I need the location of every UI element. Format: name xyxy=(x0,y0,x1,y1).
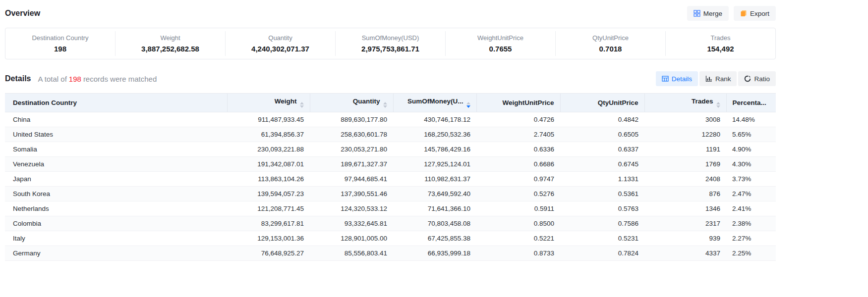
table-cell-5: 0.6745 xyxy=(560,157,644,172)
view-btn-label: Rank xyxy=(715,75,731,83)
pie-chart-icon xyxy=(744,75,751,82)
table-cell-6: 2317 xyxy=(644,216,726,231)
table-cell-3: 67,425,855.38 xyxy=(393,231,476,246)
table-row[interactable]: Somalia230,093,221.88230,053,271.80145,7… xyxy=(5,142,776,157)
table-cell-7: 2.47% xyxy=(726,187,776,201)
table-cell-5: 0.5763 xyxy=(560,201,644,216)
top-bar: Overview Merge Export xyxy=(5,5,776,22)
table-cell-2: 97,944,685.41 xyxy=(310,172,393,187)
table-cell-6: 1346 xyxy=(644,201,726,216)
export-button[interactable]: Export xyxy=(734,6,776,21)
table-cell-7: 4.30% xyxy=(726,157,776,172)
column-header-1[interactable]: Weight xyxy=(227,94,310,112)
column-header-label: WeightUnitPrice xyxy=(502,99,554,106)
column-header-label: Weight xyxy=(275,98,297,105)
table-cell-7: 5.65% xyxy=(726,127,776,142)
table-cell-7: 3.73% xyxy=(726,172,776,187)
stat-cell-6: Trades154,492 xyxy=(665,31,775,56)
details-title: Details xyxy=(5,74,31,83)
sort-icon xyxy=(716,102,720,108)
table-cell-5: 0.7824 xyxy=(560,246,644,261)
merge-button[interactable]: Merge xyxy=(687,6,729,21)
table-header-row: Destination CountryWeightQuantitySumOfMo… xyxy=(5,94,776,112)
column-header-3[interactable]: SumOfMoney(U... xyxy=(393,94,476,112)
table-cell-4: 0.5911 xyxy=(476,201,560,216)
table-cell-3: 127,925,124.01 xyxy=(393,157,476,172)
table-row[interactable]: Colombia83,299,617.8193,332,645.8170,803… xyxy=(5,216,776,231)
table-cell-2: 258,630,601.78 xyxy=(310,127,393,142)
table-cell-5: 0.5231 xyxy=(560,231,644,246)
table-cell-2: 189,671,327.37 xyxy=(310,157,393,172)
column-header-label: Trades xyxy=(692,98,713,105)
sort-icon xyxy=(466,102,470,108)
table-cell-6: 876 xyxy=(644,187,726,201)
bar-chart-icon xyxy=(705,75,712,82)
stat-cell-5: QtyUnitPrice0.7018 xyxy=(555,31,665,56)
stat-value: 154,492 xyxy=(666,45,775,53)
content: Overview Merge Export Destination Countr… xyxy=(0,0,776,261)
table-cell-4: 2.7405 xyxy=(476,127,560,142)
stat-label: Quantity xyxy=(226,34,335,42)
top-actions: Merge Export xyxy=(687,6,776,21)
table-cell-6: 939 xyxy=(644,231,726,246)
stat-label: SumOfMoney(USD) xyxy=(336,34,445,42)
stat-value: 2,975,753,861.71 xyxy=(336,45,445,53)
view-btn-rank[interactable]: Rank xyxy=(699,71,737,86)
table-cell-1: 129,153,001.36 xyxy=(227,231,310,246)
view-btn-ratio[interactable]: Ratio xyxy=(738,71,776,86)
table-row[interactable]: Venezuela191,342,087.01189,671,327.37127… xyxy=(5,157,776,172)
view-btn-details[interactable]: Details xyxy=(656,71,698,86)
stat-label: Weight xyxy=(116,34,225,42)
table-cell-0: Netherlands xyxy=(5,201,227,216)
view-btn-label: Ratio xyxy=(754,75,770,83)
table-cell-4: 0.8733 xyxy=(476,246,560,261)
table-cell-6: 2408 xyxy=(644,172,726,187)
column-header-label: Destination Country xyxy=(13,99,77,106)
column-header-label: QtyUnitPrice xyxy=(598,99,638,106)
table-cell-1: 230,093,221.88 xyxy=(227,142,310,157)
stat-value: 4,240,302,071.37 xyxy=(226,45,335,53)
records-suffix: records were matched xyxy=(83,75,157,83)
table-row[interactable]: Netherlands121,208,771.45124,320,533.127… xyxy=(5,201,776,216)
table-row[interactable]: Japan113,863,104.2697,944,685.41110,982,… xyxy=(5,172,776,187)
details-table: Destination CountryWeightQuantitySumOfMo… xyxy=(5,93,776,261)
column-header-2[interactable]: Quantity xyxy=(310,94,393,112)
table-row[interactable]: South Korea139,594,057.23137,390,551.467… xyxy=(5,187,776,201)
view-btn-label: Details xyxy=(672,75,692,83)
table-cell-5: 1.1331 xyxy=(560,172,644,187)
table-cell-3: 430,746,178.12 xyxy=(393,112,476,127)
table-cell-1: 191,342,087.01 xyxy=(227,157,310,172)
table-cell-4: 0.6686 xyxy=(476,157,560,172)
table-cell-5: 0.5361 xyxy=(560,187,644,201)
details-left: Details A total of198records were matche… xyxy=(5,74,157,83)
table-row[interactable]: Italy129,153,001.36128,901,005.0067,425,… xyxy=(5,231,776,246)
table-cell-3: 110,982,631.37 xyxy=(393,172,476,187)
records-count: 198 xyxy=(67,75,83,83)
table-row[interactable]: Germany76,648,925.2785,556,803.4166,935,… xyxy=(5,246,776,261)
table-cell-0: Somalia xyxy=(5,142,227,157)
table-cell-3: 168,250,532.36 xyxy=(393,127,476,142)
table-cell-6: 1191 xyxy=(644,142,726,157)
table-cell-5: 0.4842 xyxy=(560,112,644,127)
column-header-4: WeightUnitPrice xyxy=(476,94,560,112)
table-cell-4: 0.9747 xyxy=(476,172,560,187)
table-cell-5: 0.7586 xyxy=(560,216,644,231)
column-header-6[interactable]: Trades xyxy=(644,94,726,112)
table-wrap: Destination CountryWeightQuantitySumOfMo… xyxy=(5,93,776,261)
table-cell-6: 12280 xyxy=(644,127,726,142)
table-cell-0: China xyxy=(5,112,227,127)
stat-cell-1: Weight3,887,252,682.58 xyxy=(115,31,225,56)
table-cell-3: 66,935,999.18 xyxy=(393,246,476,261)
table-cell-0: United States xyxy=(5,127,227,142)
table-body: China911,487,933.45889,630,177.80430,746… xyxy=(5,112,776,261)
stat-label: Destination Country xyxy=(5,34,115,42)
merge-button-label: Merge xyxy=(703,10,722,17)
table-cell-3: 70,803,458.08 xyxy=(393,216,476,231)
column-header-7: Percenta... xyxy=(726,94,776,112)
table-row[interactable]: United States61,394,856.37258,630,601.78… xyxy=(5,127,776,142)
table-cell-0: Venezuela xyxy=(5,157,227,172)
table-row[interactable]: China911,487,933.45889,630,177.80430,746… xyxy=(5,112,776,127)
table-cell-4: 0.4726 xyxy=(476,112,560,127)
table-cell-7: 2.41% xyxy=(726,201,776,216)
table-cell-1: 121,208,771.45 xyxy=(227,201,310,216)
